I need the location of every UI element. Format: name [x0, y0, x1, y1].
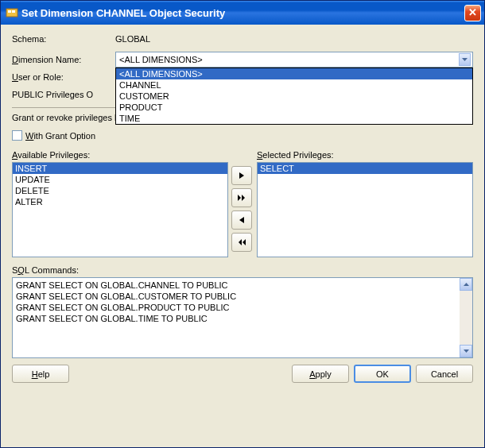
dropdown-button[interactable] — [459, 53, 471, 66]
selected-privileges-list[interactable]: SELECT — [257, 162, 473, 257]
ok-button[interactable]: OK — [354, 365, 411, 383]
dropdown-option[interactable]: <ALL DIMENSIONS> — [116, 68, 472, 79]
titlebar[interactable]: Set Dimension CHANNEL Object Security ✕ — [1, 1, 484, 25]
sql-commands-text: GRANT SELECT ON GLOBAL.CHANNEL TO PUBLIC… — [13, 278, 460, 357]
public-privileges-label: PUBLIC Privileges O — [12, 90, 93, 99]
dimension-dropdown-list[interactable]: <ALL DIMENSIONS> CHANNEL CUSTOMER PRODUC… — [115, 68, 473, 125]
svg-marker-6 — [242, 195, 245, 201]
scrollbar[interactable] — [460, 278, 472, 357]
svg-marker-8 — [242, 239, 246, 245]
window-title: Set Dimension CHANNEL Object Security — [21, 7, 464, 19]
list-item[interactable]: INSERT — [13, 163, 227, 174]
sql-commands-box[interactable]: GRANT SELECT ON GLOBAL.CHANNEL TO PUBLIC… — [12, 277, 473, 358]
dropdown-option[interactable]: TIME — [116, 113, 472, 124]
scroll-up-button[interactable] — [460, 278, 472, 291]
with-grant-checkbox[interactable] — [12, 130, 22, 141]
move-all-left-button[interactable] — [231, 233, 252, 252]
with-grant-label: With Grant Option — [25, 131, 95, 141]
close-button[interactable]: ✕ — [464, 5, 481, 21]
help-button[interactable]: Help — [12, 365, 69, 383]
dropdown-option[interactable]: PRODUCT — [116, 102, 472, 113]
scroll-down-button[interactable] — [460, 345, 472, 357]
move-left-button[interactable] — [231, 210, 252, 230]
svg-marker-5 — [238, 195, 241, 201]
svg-marker-7 — [239, 217, 244, 223]
user-or-role-label: User or Role: — [12, 72, 115, 82]
list-item[interactable]: SELECT — [258, 163, 472, 174]
dialog-content: Schema: GLOBAL Dimension Name: <ALL DIME… — [1, 25, 484, 391]
sql-commands-label: SQL Commands: — [12, 265, 473, 275]
move-all-right-button[interactable] — [231, 188, 252, 207]
svg-marker-3 — [462, 58, 468, 61]
app-icon — [6, 6, 18, 19]
svg-marker-4 — [239, 172, 244, 179]
cancel-button[interactable]: Cancel — [416, 365, 473, 383]
schema-label: Schema: — [12, 34, 115, 44]
svg-rect-1 — [8, 10, 11, 13]
svg-marker-10 — [464, 283, 469, 286]
svg-marker-9 — [239, 239, 242, 245]
move-right-button[interactable] — [231, 166, 252, 185]
dimension-name-combo[interactable]: <ALL DIMENSIONS> — [115, 52, 473, 68]
available-privileges-list[interactable]: INSERT UPDATE DELETE ALTER — [12, 162, 228, 257]
svg-rect-2 — [12, 10, 15, 13]
list-item[interactable]: UPDATE — [13, 174, 227, 185]
svg-marker-11 — [464, 350, 469, 353]
list-item[interactable]: ALTER — [13, 196, 227, 207]
apply-button[interactable]: Apply — [292, 365, 349, 383]
schema-value: GLOBAL — [115, 34, 473, 44]
with-grant-option-row[interactable]: With Grant Option — [12, 130, 473, 141]
dropdown-option[interactable]: CHANNEL — [116, 79, 472, 91]
dimension-name-label: Dimension Name: — [12, 55, 115, 64]
dropdown-option[interactable]: CUSTOMER — [116, 91, 472, 102]
available-privileges-label: Available Privileges: — [12, 150, 228, 160]
list-item[interactable]: DELETE — [13, 185, 227, 196]
selected-privileges-label: Selected Privileges: — [257, 150, 473, 160]
dimension-name-value: <ALL DIMENSIONS> — [119, 55, 459, 64]
